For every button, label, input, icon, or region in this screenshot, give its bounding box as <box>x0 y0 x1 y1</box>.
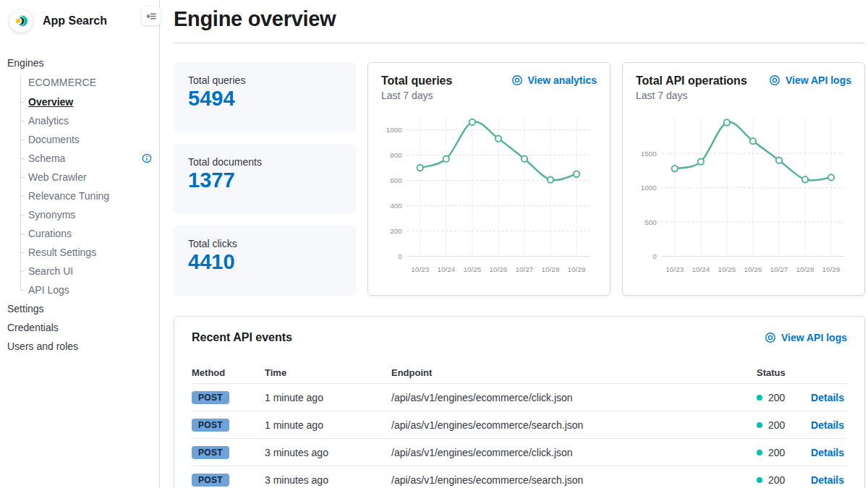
chart-header: Total queries Last 7 days View analytics <box>381 74 597 101</box>
col-time: Time <box>265 367 391 378</box>
sidebar-item-engines[interactable]: Engines <box>7 53 159 72</box>
view-api-logs-link[interactable]: View API logs <box>769 74 851 86</box>
recent-api-events-card: Recent API events View API logs Method T… <box>174 316 865 488</box>
total-queries-card: Total queries Last 7 days View analytics <box>367 62 610 296</box>
sidebar-item-api-logs[interactable]: API Logs <box>20 281 159 299</box>
sidebar-item-overview[interactable]: Overview <box>20 93 159 111</box>
app-title: App Search <box>43 14 107 27</box>
link-label: View API logs <box>786 74 851 86</box>
stat-label: Total documents <box>188 156 341 168</box>
overview-top-row: Total queries 5494 Total documents 1377 … <box>174 62 865 296</box>
view-analytics-link[interactable]: View analytics <box>511 74 597 86</box>
main-content: Engine overview Total queries 5494 Total… <box>160 0 868 488</box>
menu-left-icon <box>146 11 157 22</box>
sidebar-item-result-settings[interactable]: Result Settings <box>20 243 159 262</box>
sidebar-item-credentials[interactable]: Credentials <box>7 318 159 337</box>
details-link[interactable]: Details <box>802 419 847 431</box>
sidebar-item-documents[interactable]: Documents <box>20 130 159 149</box>
app-root: App Search Engines ECOMMERCE Overview <box>0 0 868 488</box>
svg-text:10/23: 10/23 <box>665 265 684 273</box>
sidebar-item-schema[interactable]: Schema <box>20 149 159 168</box>
svg-text:10/24: 10/24 <box>437 265 455 273</box>
stat-label: Total clicks <box>188 238 341 249</box>
sidebar-item-users-and-roles[interactable]: Users and roles <box>7 337 159 356</box>
total-queries-stat-card: Total queries 5494 <box>174 62 356 132</box>
total-queries-chart: 0200400600800100010/2310/2410/2510/2610/… <box>381 107 597 278</box>
svg-text:10/27: 10/27 <box>516 265 534 273</box>
sidebar-item-analytics[interactable]: Analytics <box>20 111 159 130</box>
svg-text:200: 200 <box>390 227 402 235</box>
status-dot-icon <box>757 422 762 428</box>
app-search-logo-icon <box>9 9 33 33</box>
sidebar-item-relevance-tuning[interactable]: Relevance Tuning <box>20 187 159 205</box>
time-cell: 1 minute ago <box>265 392 391 403</box>
svg-text:10/23: 10/23 <box>411 265 429 273</box>
page-title: Engine overview <box>174 7 865 31</box>
endpoint-cell: /api/as/v1/engines/ecommerce/click.json <box>391 447 757 458</box>
stats-column: Total queries 5494 Total documents 1377 … <box>174 62 356 296</box>
stat-label: Total queries <box>188 74 341 86</box>
status-code: 200 <box>768 474 785 486</box>
method-badge: POST <box>192 474 229 487</box>
view-api-logs-link-events[interactable]: View API logs <box>765 332 847 343</box>
sidebar-item-curations[interactable]: Curations <box>20 224 159 243</box>
collapse-sidebar-button[interactable] <box>142 7 161 25</box>
method-badge: POST <box>192 419 229 432</box>
api-events-table: Method Time Endpoint Status POST 1 minut… <box>192 361 847 488</box>
link-label: View analytics <box>528 74 597 86</box>
sidebar-item-search-ui[interactable]: Search UI <box>20 262 159 281</box>
status-dot-icon <box>757 477 762 483</box>
svg-text:1000: 1000 <box>641 184 658 192</box>
details-link[interactable]: Details <box>802 392 847 403</box>
stat-value: 4410 <box>188 250 341 274</box>
svg-text:500: 500 <box>644 218 657 226</box>
table-header-row: Method Time Endpoint Status <box>192 361 847 383</box>
chart-title: Total queries <box>381 74 452 87</box>
method-badge: POST <box>192 391 229 404</box>
stat-value: 5494 <box>188 87 341 111</box>
total-clicks-stat-card: Total clicks 4410 <box>174 226 356 296</box>
sidebar-item-web-crawler[interactable]: Web Crawler <box>20 168 159 187</box>
svg-text:10/27: 10/27 <box>770 265 788 273</box>
chart-subtitle: Last 7 days <box>381 90 452 101</box>
sidebar-item-synonyms[interactable]: Synonyms <box>20 205 159 224</box>
svg-text:400: 400 <box>390 202 402 210</box>
svg-text:1000: 1000 <box>386 126 403 134</box>
sidebar-header: App Search <box>0 0 159 36</box>
info-icon[interactable] <box>142 153 152 163</box>
time-cell: 1 minute ago <box>265 419 391 431</box>
svg-text:800: 800 <box>390 151 402 159</box>
chart-subtitle: Last 7 days <box>636 90 747 101</box>
sidebar-item-label: Schema <box>28 153 65 164</box>
status-code: 200 <box>768 392 785 403</box>
page-divider <box>174 43 865 43</box>
svg-text:0: 0 <box>652 252 657 260</box>
sidebar-item-ecommerce[interactable]: ECOMMERCE <box>20 72 159 93</box>
endpoint-cell: /api/as/v1/engines/ecommerce/search.json <box>391 419 757 431</box>
sidebar-item-settings[interactable]: Settings <box>7 299 159 318</box>
method-badge: POST <box>192 446 229 459</box>
svg-text:10/28: 10/28 <box>542 265 560 273</box>
details-link[interactable]: Details <box>802 447 847 458</box>
chart-header: Total API operations Last 7 days View AP… <box>636 74 851 101</box>
svg-text:600: 600 <box>390 176 402 184</box>
total-api-operations-card: Total API operations Last 7 days View AP… <box>622 62 865 296</box>
svg-text:10/28: 10/28 <box>796 265 814 273</box>
eye-icon <box>769 74 780 86</box>
status-dot-icon <box>757 395 762 401</box>
col-endpoint: Endpoint <box>391 367 757 378</box>
sidebar-nav: Engines ECOMMERCE Overview Analytics Doc… <box>0 36 159 356</box>
status-code: 200 <box>768 419 785 431</box>
svg-text:0: 0 <box>398 252 402 260</box>
svg-text:1500: 1500 <box>641 150 658 158</box>
total-api-operations-chart: 05001000150010/2310/2410/2510/2610/2710/… <box>636 107 851 278</box>
svg-text:10/29: 10/29 <box>822 265 841 273</box>
col-method: Method <box>192 367 265 378</box>
link-label: View API logs <box>781 332 847 343</box>
svg-text:10/25: 10/25 <box>718 265 736 273</box>
svg-text:10/24: 10/24 <box>692 265 710 273</box>
events-header: Recent API events View API logs <box>192 331 847 344</box>
svg-text:10/29: 10/29 <box>568 265 586 273</box>
table-row: POST 3 minutes ago /api/as/v1/engines/ec… <box>192 466 847 488</box>
details-link[interactable]: Details <box>802 474 847 486</box>
